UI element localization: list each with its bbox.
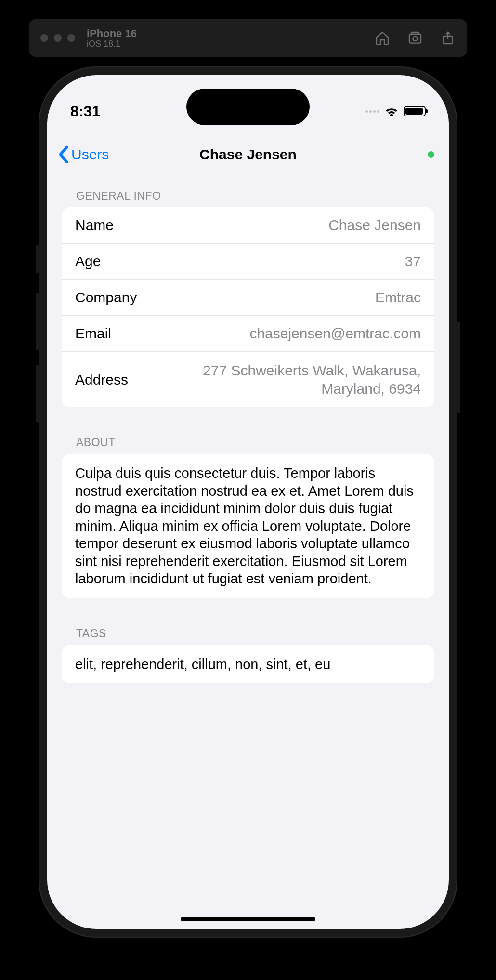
row-address[interactable]: Address 277 Schweikerts Walk, Wakarusa, … bbox=[62, 352, 434, 407]
section-header-general: General Info bbox=[62, 190, 434, 207]
home-icon[interactable] bbox=[375, 30, 390, 46]
close-window-button[interactable] bbox=[40, 34, 48, 42]
minimize-window-button[interactable] bbox=[54, 34, 62, 42]
label-company: Company bbox=[75, 289, 137, 306]
volume-up-button bbox=[36, 293, 39, 350]
tags-card: elit, reprehenderit, cillum, non, sint, … bbox=[62, 645, 434, 684]
chevron-left-icon bbox=[57, 145, 69, 164]
status-badge bbox=[428, 151, 434, 158]
device-name: iPhone 16 bbox=[87, 27, 137, 40]
navigation-bar: Users Chase Jensen bbox=[47, 138, 449, 171]
simulator-toolbar: iPhone 16 iOS 18.1 bbox=[29, 19, 467, 57]
status-indicators bbox=[365, 105, 426, 117]
about-text: Culpa duis quis consectetur duis. Tempor… bbox=[75, 465, 414, 586]
row-name[interactable]: Name Chase Jensen bbox=[62, 207, 434, 244]
tags-text: elit, reprehenderit, cillum, non, sint, … bbox=[75, 657, 330, 672]
value-company: Emtrac bbox=[365, 289, 421, 306]
screenshot-icon[interactable] bbox=[407, 30, 423, 46]
value-age: 37 bbox=[395, 253, 421, 270]
back-button[interactable]: Users bbox=[57, 145, 109, 164]
svg-rect-1 bbox=[411, 32, 419, 34]
content-scroll[interactable]: General Info Name Chase Jensen Age 37 Co… bbox=[47, 186, 449, 929]
wifi-icon bbox=[384, 105, 399, 117]
row-age[interactable]: Age 37 bbox=[62, 244, 434, 280]
phone-screen: 8:31 Users Chase Jensen General Info bbox=[47, 75, 449, 929]
section-header-tags: Tags bbox=[62, 627, 434, 645]
row-email[interactable]: Email chasejensen@emtrac.com bbox=[62, 316, 434, 352]
simulator-actions bbox=[375, 30, 456, 46]
share-icon[interactable] bbox=[440, 30, 456, 46]
status-time: 8:31 bbox=[70, 103, 100, 120]
page-title: Chase Jensen bbox=[199, 146, 297, 163]
mute-switch bbox=[36, 245, 39, 273]
svg-rect-0 bbox=[409, 34, 421, 43]
label-age: Age bbox=[75, 253, 101, 270]
home-indicator[interactable] bbox=[181, 917, 315, 921]
about-card: Culpa duis quis consectetur duis. Tempor… bbox=[62, 454, 434, 598]
dynamic-island bbox=[186, 89, 310, 125]
section-header-about: About bbox=[62, 436, 434, 454]
row-company[interactable]: Company Emtrac bbox=[62, 280, 434, 316]
value-name: Chase Jensen bbox=[319, 217, 421, 233]
cellular-icon bbox=[365, 110, 379, 113]
back-label: Users bbox=[71, 146, 109, 163]
os-version: iOS 18.1 bbox=[87, 39, 137, 49]
volume-down-button bbox=[36, 365, 39, 423]
battery-icon bbox=[404, 106, 426, 116]
label-name: Name bbox=[75, 217, 114, 233]
phone-frame: 8:31 Users Chase Jensen General Info bbox=[39, 66, 457, 938]
svg-point-2 bbox=[413, 37, 417, 41]
label-email: Email bbox=[75, 325, 111, 342]
general-info-card: Name Chase Jensen Age 37 Company Emtrac … bbox=[62, 207, 434, 407]
simulator-title: iPhone 16 iOS 18.1 bbox=[87, 27, 137, 49]
label-address: Address bbox=[75, 372, 128, 388]
window-controls[interactable] bbox=[40, 34, 75, 42]
value-email: chasejensen@emtrac.com bbox=[240, 325, 421, 342]
maximize-window-button[interactable] bbox=[67, 34, 75, 42]
value-address: 277 Schweikerts Walk, Wakarusa, Maryland… bbox=[128, 361, 421, 398]
side-button bbox=[457, 322, 460, 413]
